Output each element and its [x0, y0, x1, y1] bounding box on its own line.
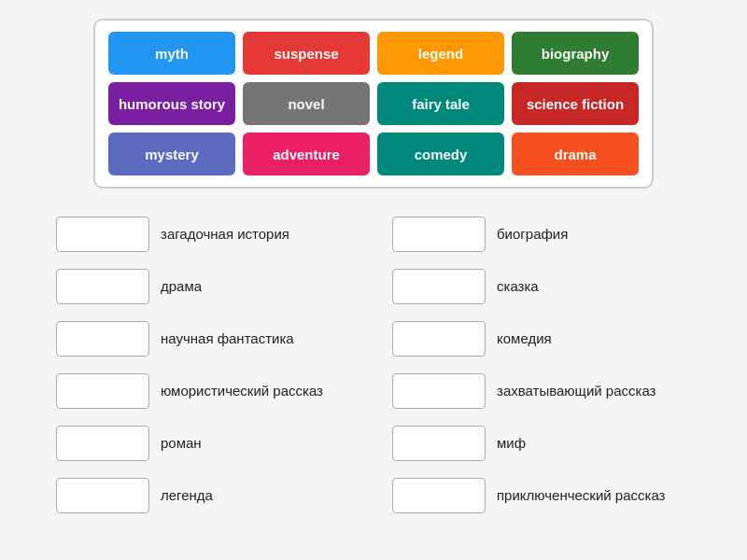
tile-mystery[interactable]: mystery: [108, 133, 235, 175]
answer-box-row-legend[interactable]: [56, 478, 149, 513]
left-column: загадочная историядраманаучная фантастик…: [56, 217, 355, 530]
label-row-mystery: загадочная история: [161, 225, 289, 244]
right-column: биографиясказкакомедиязахватывающий расс…: [392, 217, 691, 530]
label-row-sci-fi: научная фантастика: [161, 329, 294, 348]
tile-fairy_tale[interactable]: fairy tale: [377, 82, 504, 125]
tile-myth[interactable]: myth: [108, 32, 235, 75]
label-row-biography: биография: [497, 225, 568, 244]
row-sci-fi: научная фантастика: [56, 321, 355, 357]
label-row-humorous: юмористический рассказ: [161, 382, 323, 400]
row-myth: миф: [392, 426, 691, 461]
row-mystery: загадочная история: [56, 217, 355, 252]
word-bank: mythsuspenselegendbiographyhumorous stor…: [93, 19, 654, 189]
answer-box-row-comedy[interactable]: [392, 321, 486, 357]
match-area: загадочная историядраманаучная фантастик…: [56, 217, 691, 530]
label-row-fairy-tale: сказка: [497, 277, 539, 296]
answer-box-row-sci-fi[interactable]: [56, 321, 149, 357]
answer-box-row-mystery[interactable]: [56, 217, 149, 252]
row-adventure: приключенческий рассказ: [392, 478, 691, 513]
answer-box-row-adventure[interactable]: [392, 478, 486, 513]
tile-legend[interactable]: legend: [377, 32, 504, 75]
answer-box-row-humorous[interactable]: [56, 373, 149, 409]
answer-box-row-biography[interactable]: [392, 217, 486, 252]
label-row-myth: миф: [497, 434, 526, 453]
tile-science_fiction[interactable]: science fiction: [512, 82, 639, 125]
tile-novel[interactable]: novel: [243, 82, 370, 125]
tile-suspense[interactable]: suspense: [243, 32, 370, 75]
row-legend: легенда: [56, 478, 355, 513]
tile-comedy[interactable]: comedy: [377, 133, 504, 175]
answer-box-row-novel[interactable]: [56, 426, 149, 461]
label-row-adventure: приключенческий рассказ: [497, 486, 665, 505]
answer-box-row-myth[interactable]: [392, 426, 486, 461]
label-row-legend: легенда: [161, 486, 213, 505]
row-suspense: захватывающий рассказ: [392, 373, 691, 409]
tile-adventure[interactable]: adventure: [243, 133, 370, 175]
row-humorous: юмористический рассказ: [56, 373, 355, 409]
row-drama: драма: [56, 269, 355, 304]
row-fairy-tale: сказка: [392, 269, 691, 304]
tile-biography[interactable]: biography: [512, 32, 639, 75]
row-comedy: комедия: [392, 321, 691, 357]
label-row-novel: роман: [161, 434, 202, 453]
answer-box-row-suspense[interactable]: [392, 373, 486, 409]
answer-box-row-fairy-tale[interactable]: [392, 269, 486, 304]
label-row-comedy: комедия: [497, 329, 552, 348]
row-biography: биография: [392, 217, 691, 252]
answer-box-row-drama[interactable]: [56, 269, 149, 304]
tile-drama[interactable]: drama: [512, 133, 639, 175]
label-row-suspense: захватывающий рассказ: [497, 382, 655, 400]
row-novel: роман: [56, 426, 355, 461]
label-row-drama: драма: [161, 277, 202, 296]
tile-humorous_story[interactable]: humorous story: [108, 82, 235, 125]
